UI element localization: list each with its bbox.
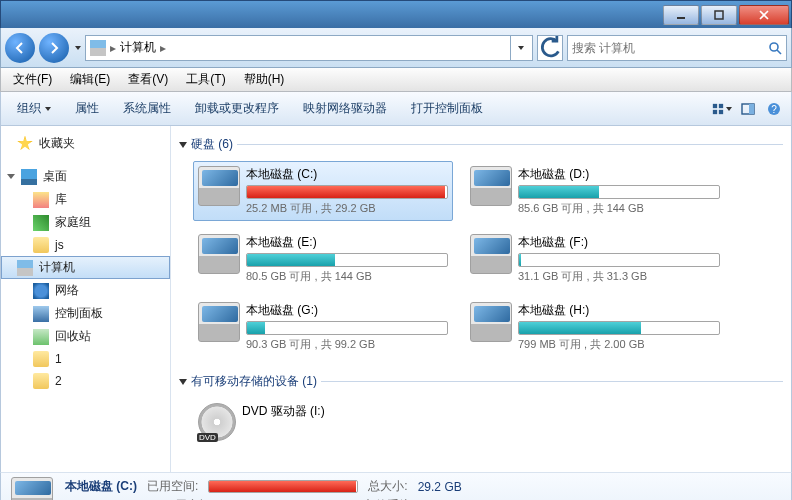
expander-icon[interactable]	[179, 379, 187, 385]
sidebar-item-folder-2[interactable]: 2	[1, 370, 170, 392]
properties-button[interactable]: 属性	[65, 96, 109, 121]
computer-icon	[90, 40, 106, 56]
svg-rect-0	[677, 17, 685, 19]
drive-name: 本地磁盘 (F:)	[518, 234, 720, 251]
folder-icon	[33, 237, 49, 253]
drive-item[interactable]: 本地磁盘 (G:)90.3 GB 可用 , 共 99.2 GB	[193, 297, 453, 357]
details-used-label: 已用空间:	[147, 478, 198, 495]
svg-rect-8	[749, 104, 754, 114]
drive-free-text: 31.1 GB 可用 , 共 31.3 GB	[518, 269, 720, 284]
sidebar-item-label: 库	[55, 191, 67, 208]
svg-text:?: ?	[771, 104, 777, 115]
drive-item[interactable]: 本地磁盘 (H:)799 MB 可用 , 共 2.00 GB	[465, 297, 725, 357]
drive-item-dvd[interactable]: DVD DVD 驱动器 (I:)	[193, 398, 453, 446]
sidebar-item-network[interactable]: 网络	[1, 279, 170, 302]
search-icon	[768, 41, 782, 55]
svg-rect-5	[713, 109, 717, 113]
dvd-icon: DVD	[198, 403, 236, 441]
svg-rect-6	[719, 109, 723, 113]
menu-view[interactable]: 查看(V)	[120, 69, 176, 90]
desktop-icon	[21, 169, 37, 185]
details-pane: 本地磁盘 (C:) 已用空间: 总大小: 29.2 GB 可用空间: 31.1 …	[0, 472, 792, 500]
sidebar-item-homegroup[interactable]: 家庭组	[1, 211, 170, 234]
drive-item[interactable]: 本地磁盘 (E:)80.5 GB 可用 , 共 144 GB	[193, 229, 453, 289]
sidebar-item-computer[interactable]: 计算机	[1, 256, 170, 279]
usage-bar	[246, 321, 448, 335]
sidebar-item-desktop[interactable]: 桌面	[1, 165, 170, 188]
system-properties-button[interactable]: 系统属性	[113, 96, 181, 121]
drive-free-text: 25.2 MB 可用 , 共 29.2 GB	[246, 201, 448, 216]
sidebar-item-label: 回收站	[55, 328, 91, 345]
navigation-bar: ▸ 计算机 ▸	[0, 28, 792, 68]
library-icon	[33, 192, 49, 208]
expander-icon[interactable]	[179, 142, 187, 148]
sidebar-item-libraries[interactable]: 库	[1, 188, 170, 211]
address-bar[interactable]: ▸ 计算机 ▸	[85, 35, 533, 61]
open-control-panel-button[interactable]: 打开控制面板	[401, 96, 493, 121]
drive-name: 本地磁盘 (H:)	[518, 302, 720, 319]
drive-icon	[198, 302, 240, 342]
usage-bar	[246, 253, 448, 267]
drive-icon	[198, 234, 240, 274]
drive-name: 本地磁盘 (D:)	[518, 166, 720, 183]
drive-name: 本地磁盘 (C:)	[246, 166, 448, 183]
menu-edit[interactable]: 编辑(E)	[62, 69, 118, 90]
divider	[321, 381, 783, 382]
chevron-right-icon[interactable]: ▸	[160, 41, 166, 55]
address-history-dropdown[interactable]	[510, 36, 528, 60]
usage-bar	[518, 253, 720, 267]
menu-help[interactable]: 帮助(H)	[236, 69, 293, 90]
group-header-disks[interactable]: 硬盘 (6)	[179, 130, 783, 157]
recent-locations-button[interactable]	[75, 46, 81, 50]
drive-item[interactable]: 本地磁盘 (F:)31.1 GB 可用 , 共 31.3 GB	[465, 229, 725, 289]
organize-button[interactable]: 组织	[7, 96, 61, 121]
content-pane: 硬盘 (6) 本地磁盘 (C:)25.2 MB 可用 , 共 29.2 GB本地…	[171, 126, 791, 472]
drive-item[interactable]: 本地磁盘 (D:)85.6 GB 可用 , 共 144 GB	[465, 161, 725, 221]
sidebar-item-recyclebin[interactable]: 回收站	[1, 325, 170, 348]
map-drive-button[interactable]: 映射网络驱动器	[293, 96, 397, 121]
navigation-pane: 收藏夹 桌面 库 家庭组 js 计算机 网络 控制面板 回收站 1 2	[1, 126, 171, 472]
sidebar-item-label: 网络	[55, 282, 79, 299]
menu-tools[interactable]: 工具(T)	[178, 69, 233, 90]
close-button[interactable]	[739, 5, 789, 25]
details-usage-bar	[208, 480, 358, 493]
minimize-button[interactable]	[663, 5, 699, 25]
drive-free-text: 80.5 GB 可用 , 共 144 GB	[246, 269, 448, 284]
uninstall-button[interactable]: 卸载或更改程序	[185, 96, 289, 121]
computer-icon	[17, 260, 33, 276]
usage-bar	[518, 185, 720, 199]
group-header-removable[interactable]: 有可移动存储的设备 (1)	[179, 367, 783, 394]
help-button[interactable]: ?	[763, 98, 785, 120]
details-title: 本地磁盘 (C:)	[65, 478, 137, 495]
svg-rect-3	[713, 103, 717, 107]
expander-icon[interactable]	[7, 174, 15, 179]
drive-free-text: 799 MB 可用 , 共 2.00 GB	[518, 337, 720, 352]
folder-icon	[33, 351, 49, 367]
sidebar-item-controlpanel[interactable]: 控制面板	[1, 302, 170, 325]
search-box[interactable]	[567, 35, 787, 61]
drive-icon	[470, 234, 512, 274]
removable-list: DVD DVD 驱动器 (I:)	[179, 394, 783, 456]
sidebar-item-js[interactable]: js	[1, 234, 170, 256]
view-options-button[interactable]	[711, 98, 733, 120]
sidebar-item-folder-1[interactable]: 1	[1, 348, 170, 370]
drive-name: 本地磁盘 (E:)	[246, 234, 448, 251]
maximize-button[interactable]	[701, 5, 737, 25]
breadcrumb-segment[interactable]: 计算机	[120, 39, 156, 56]
chevron-right-icon: ▸	[110, 41, 116, 55]
window-titlebar	[0, 0, 792, 28]
folder-icon	[33, 373, 49, 389]
refresh-button[interactable]	[537, 35, 563, 61]
details-total-value: 29.2 GB	[418, 480, 462, 494]
forward-button[interactable]	[39, 33, 69, 63]
menu-file[interactable]: 文件(F)	[5, 69, 60, 90]
svg-rect-4	[719, 103, 723, 107]
drive-name: DVD 驱动器 (I:)	[242, 403, 448, 420]
sidebar-item-favorites[interactable]: 收藏夹	[1, 132, 170, 155]
svg-point-2	[770, 43, 778, 51]
search-input[interactable]	[572, 41, 752, 55]
drive-free-text: 90.3 GB 可用 , 共 99.2 GB	[246, 337, 448, 352]
preview-pane-button[interactable]	[737, 98, 759, 120]
back-button[interactable]	[5, 33, 35, 63]
drive-item[interactable]: 本地磁盘 (C:)25.2 MB 可用 , 共 29.2 GB	[193, 161, 453, 221]
